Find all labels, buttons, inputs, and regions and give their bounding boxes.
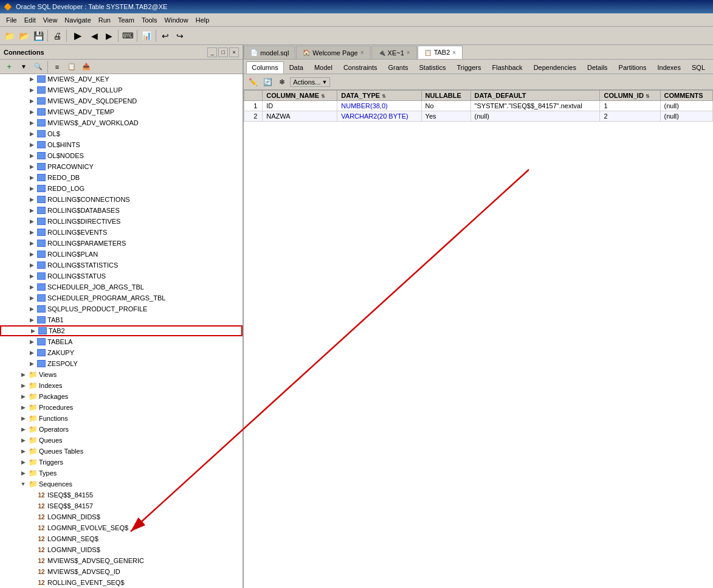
tab-close-btn[interactable]: ×	[360, 49, 364, 56]
tree-item-indexes[interactable]: ▶📁Indexes	[0, 380, 243, 391]
tree-item-mviews_advseq_generic[interactable]: 12MVIEWS$_ADVSEQ_GENERIC	[0, 555, 243, 566]
menu-item-file[interactable]: File	[2, 15, 21, 25]
tab-welcome-page[interactable]: 🏠Welcome Page×	[296, 46, 370, 59]
refresh-table-btn[interactable]: 🔄	[261, 75, 274, 89]
tree-expander[interactable]: ▶	[27, 260, 36, 270]
menu-item-window[interactable]: Window	[161, 15, 192, 25]
undo[interactable]: ↩	[159, 29, 172, 43]
tree-expander[interactable]: ▶	[27, 227, 36, 237]
tab-close-btn[interactable]: ×	[407, 49, 410, 56]
tree-item-rolling_event_seq[interactable]: 12ROLLING_EVENT_SEQ$	[0, 577, 243, 588]
actions-dropdown[interactable]: Actions... ▼	[290, 77, 330, 87]
tree-item-queues_tables[interactable]: ▶📁Queues Tables	[0, 446, 243, 457]
tree-expander[interactable]	[27, 567, 36, 576]
tree-expander[interactable]: ▶	[27, 118, 36, 128]
tree-item-sqlplus_product[interactable]: ▶SQLPLUS_PRODUCT_PROFILE	[0, 303, 243, 314]
content-tab-partitions[interactable]: Partitions	[613, 61, 652, 74]
connections-minimize[interactable]: _	[207, 47, 217, 57]
nav-back[interactable]: ◀	[88, 29, 101, 43]
content-tab-indexes[interactable]: Indexes	[652, 61, 686, 74]
tree-item-iseq_84157-arrow-target[interactable]: 12ISEQ$$_84157	[0, 500, 243, 511]
save-button[interactable]: 💾	[32, 29, 45, 43]
content-tab-flashback[interactable]: Flashback	[486, 61, 528, 74]
tree-item-mviews_adv_rollup[interactable]: ▶MVIEWS_ADV_ROLLUP	[0, 85, 243, 95]
menu-item-run[interactable]: Run	[95, 15, 114, 25]
tree-item-mviews_adv_sqldepend[interactable]: ▶MVIEWS_ADV_SQLDEPEND	[0, 95, 243, 106]
content-tab-model[interactable]: Model	[309, 61, 338, 74]
tree-item-redo_db[interactable]: ▶REDO_DB	[0, 172, 243, 183]
tree-item-tabela[interactable]: ▶TABELA	[0, 336, 243, 347]
tree-item-rolling_directives[interactable]: ▶ROLLING$DIRECTIVES	[0, 216, 243, 227]
content-tab-grants[interactable]: Grants	[383, 61, 414, 74]
tree-expander[interactable]: ▶	[27, 216, 36, 226]
tree-expander[interactable]: ▶	[27, 173, 36, 182]
tree-item-mviews_advseq_id[interactable]: 12MVIEWS$_ADVSEQ_ID	[0, 566, 243, 577]
tree-item-logmnr_dids[interactable]: 12LOGMNR_DIDS$	[0, 511, 243, 522]
menu-item-view[interactable]: View	[40, 15, 61, 25]
tree-item-rolling_connections[interactable]: ▶ROLLING$CONNECTIONS	[0, 194, 243, 205]
export-connections[interactable]: 📤	[80, 60, 93, 74]
tree-container[interactable]: ▶MVIEWS_ADV_KEY▶MVIEWS_ADV_ROLLUP▶MVIEWS…	[0, 74, 243, 588]
tree-expander[interactable]: ▶	[18, 446, 28, 456]
reports[interactable]: 📊	[140, 29, 153, 43]
tree-expander[interactable]: ▶	[27, 184, 36, 193]
tree-expander[interactable]: ▶	[18, 413, 28, 423]
run-button[interactable]: ▶	[69, 29, 86, 43]
tree-item-rolling_databases[interactable]: ▶ROLLING$DATABASES	[0, 205, 243, 216]
tree-expander[interactable]: ▶	[27, 249, 36, 259]
tree-expander[interactable]	[27, 556, 36, 566]
tree-expander[interactable]: ▶	[27, 238, 36, 248]
connection-dropdown[interactable]: ▼	[17, 60, 30, 74]
connections-maximize[interactable]: □	[218, 47, 228, 57]
tree-expander[interactable]: ▶	[27, 195, 36, 204]
tree-expander[interactable]	[27, 578, 36, 587]
tree-expander[interactable]: ▶	[27, 74, 36, 84]
tree-item-olhints[interactable]: ▶OL$HINTS	[0, 139, 243, 150]
tab-model-sql[interactable]: 📄model.sql	[244, 46, 295, 59]
tree-item-logmnr_evolve_seq[interactable]: 12LOGMNR_EVOLVE_SEQ$	[0, 522, 243, 533]
tree-expander[interactable]: ▶	[27, 348, 36, 358]
tree-expander[interactable]	[27, 501, 36, 511]
content-tab-constraints[interactable]: Constraints	[338, 61, 383, 74]
content-tab-data[interactable]: Data	[284, 61, 309, 74]
tree-expander[interactable]: ▶	[18, 457, 28, 467]
tree-item-rolling_status[interactable]: ▶ROLLING$STATUS	[0, 271, 243, 282]
tree-expander[interactable]	[27, 512, 36, 522]
tree-item-pracownicy[interactable]: ▶PRACOWNICY	[0, 161, 243, 172]
tree-expander[interactable]: ▶	[27, 359, 36, 368]
tree-item-rolling_plan[interactable]: ▶ROLLING$PLAN	[0, 249, 243, 260]
tree-item-rolling_parameters[interactable]: ▶ROLLING$PARAMETERS	[0, 238, 243, 249]
tree-expander[interactable]: ▶	[18, 468, 28, 478]
tree-item-logmnr_uids[interactable]: 12LOGMNR_UIDS$	[0, 544, 243, 555]
tree-item-procedures[interactable]: ▶📁Procedures	[0, 402, 243, 413]
tree-item-views[interactable]: ▶📁Views	[0, 369, 243, 380]
schema-browser[interactable]: 📋	[65, 60, 78, 74]
content-tab-statistics[interactable]: Statistics	[414, 61, 452, 74]
tree-item-operators[interactable]: ▶📁Operators	[0, 424, 243, 435]
tree-expander[interactable]: ▶	[18, 392, 28, 401]
tab-xe-1[interactable]: 🔌XE~1×	[371, 46, 417, 59]
tree-expander[interactable]: ▶	[27, 151, 36, 161]
menu-item-tools[interactable]: Tools	[138, 15, 161, 25]
tree-expander[interactable]: ▶	[27, 337, 36, 347]
tree-item-iseq_84155[interactable]: 12ISEQ$$_84155	[0, 489, 243, 500]
tree-expander[interactable]: ▶	[27, 293, 36, 303]
tree-item-rolling_statistics[interactable]: ▶ROLLING$STATISTICS	[0, 260, 243, 271]
add-connection-button[interactable]: +	[2, 60, 16, 74]
tree-expander[interactable]: ▶	[27, 107, 36, 117]
tab-tab2[interactable]: 📋TAB2×	[418, 46, 463, 59]
tree-item-queues[interactable]: ▶📁Queues	[0, 435, 243, 446]
tree-item-mviews_adv_workload[interactable]: ▶MVIEWS$_ADV_WORKLOAD	[0, 117, 243, 128]
content-tab-details[interactable]: Details	[582, 61, 613, 74]
tree-expander[interactable]	[27, 523, 36, 533]
tree-item-redo_log[interactable]: ▶REDO_LOG	[0, 183, 243, 194]
col-header-COMMENTS[interactable]: COMMENTS	[660, 91, 712, 101]
tree-expander[interactable]: ▶	[27, 282, 36, 292]
menu-item-team[interactable]: Team	[114, 15, 138, 25]
tree-item-triggers[interactable]: ▶📁Triggers	[0, 457, 243, 468]
tree-expander[interactable]: ▶	[27, 162, 36, 171]
tree-expander[interactable]: ▼	[18, 479, 28, 489]
col-header-DATA_TYPE[interactable]: DATA_TYPE ⇅	[337, 91, 421, 101]
new-button[interactable]: 📁	[2, 29, 16, 43]
tree-expander[interactable]: ▶	[27, 206, 36, 215]
